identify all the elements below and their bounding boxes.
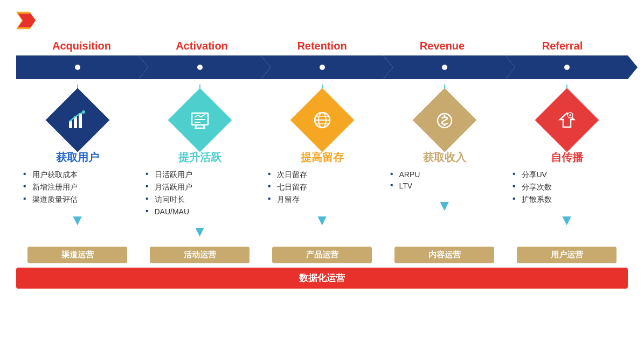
arrow-bar: [16, 55, 628, 79]
arrow-segment-revenue: [383, 55, 505, 79]
diamond-acquisition: [45, 88, 109, 152]
arrow-dot-activation: [197, 65, 203, 70]
title-icon: [16, 11, 36, 30]
bottom-tag-acquisition: 渠道运营: [27, 247, 127, 263]
diamond-icon-referral: [544, 97, 590, 143]
list-item: 分享次数: [513, 183, 621, 192]
list-item: 扩散系数: [513, 195, 621, 205]
arrow-dot-acquisition: [75, 65, 80, 70]
list-item: 用户获取成本: [24, 170, 131, 180]
list-item: DAU/MAU: [146, 207, 254, 216]
list-item: 访问时长: [146, 195, 254, 205]
arrow-segment-acquisition: [16, 55, 139, 79]
bottom-tag-referral: 用户运营: [517, 247, 617, 263]
column-referral: 自传播分享UV分享次数扩散系数▼: [513, 85, 621, 232]
list-item: ARPU: [391, 170, 498, 179]
arrow-segment-activation: [139, 55, 261, 79]
bottom-tags-row: 渠道运营活动运营产品运营内容运营用户运营: [16, 247, 628, 263]
bullet-list-activation: 日活跃用户月活跃用户访问时长DAU/MAU: [146, 170, 254, 219]
stage-label-revenue: Revenue: [389, 40, 496, 52]
cat-label-retention: 提高留存: [301, 150, 344, 165]
list-item: 月留存: [268, 195, 376, 205]
stage-labels-row: AcquisitionActivationRetentionRevenueRef…: [16, 40, 628, 52]
list-item: 日活跃用户: [146, 170, 254, 180]
main-container: AcquisitionActivationRetentionRevenueRef…: [0, 0, 644, 350]
svg-marker-1: [18, 13, 36, 27]
cat-label-revenue: 获取收入: [423, 150, 466, 165]
column-retention: 提高留存次日留存七日留存月留存▼: [268, 85, 376, 232]
content-row: 获取用户用户获取成本新增注册用户渠道质量评估▼ 提升活跃日活跃用户月活跃用户访问…: [16, 85, 628, 243]
bullet-list-acquisition: 用户获取成本新增注册用户渠道质量评估: [24, 170, 131, 207]
list-item: 新增注册用户: [24, 183, 131, 192]
diamond-referral: [535, 88, 599, 152]
diamond-icon-retention: [300, 97, 345, 143]
diamond-icon-acquisition: [55, 97, 100, 143]
diamond-retention: [290, 88, 354, 152]
title-row: [16, 11, 628, 30]
bullet-list-referral: 分享UV分享次数扩散系数: [513, 170, 621, 207]
cat-label-acquisition: 获取用户: [56, 150, 99, 165]
arrow-dot-retention: [320, 65, 325, 70]
arrow-segment-referral: [505, 55, 628, 79]
list-item: 次日留存: [268, 170, 376, 180]
down-arrow-revenue: ▼: [437, 198, 452, 213]
column-activation: 提升活跃日活跃用户月活跃用户访问时长DAU/MAU▼: [146, 85, 254, 243]
arrow-dot-revenue: [442, 65, 447, 70]
bottom-tag-retention: 产品运营: [272, 247, 372, 263]
stage-label-referral: Referral: [509, 40, 617, 52]
list-item: 分享UV: [513, 170, 621, 180]
list-item: 渠道质量评估: [24, 195, 131, 205]
column-acquisition: 获取用户用户获取成本新增注册用户渠道质量评估▼: [24, 85, 131, 232]
svg-rect-6: [192, 113, 208, 125]
diamond-icon-revenue: [422, 97, 467, 143]
svg-rect-4: [79, 113, 82, 128]
column-revenue: 获取收入ARPULTV▼: [391, 85, 498, 218]
bullet-list-retention: 次日留存七日留存月留存: [268, 170, 376, 207]
cat-label-activation: 提升活跃: [178, 150, 221, 165]
arrow-dot-referral: [564, 65, 570, 70]
bottom-section: 渠道运营活动运营产品运营内容运营用户运营数据化运营: [16, 247, 628, 289]
bottom-tag-activation: 活动运营: [150, 247, 250, 263]
down-arrow-retention: ▼: [315, 213, 330, 228]
bottom-bar: 数据化运营: [16, 268, 628, 289]
down-arrow-activation: ▼: [192, 224, 207, 239]
diamond-activation: [168, 88, 232, 152]
list-item: 月活跃用户: [146, 183, 254, 192]
down-arrow-acquisition: ▼: [70, 213, 85, 228]
list-item: 七日留存: [268, 183, 376, 192]
diamond-icon-activation: [177, 97, 223, 143]
bottom-tag-revenue: 内容运营: [394, 247, 494, 263]
down-arrow-referral: ▼: [559, 213, 574, 228]
stage-label-activation: Activation: [148, 40, 256, 52]
diamond-revenue: [412, 88, 476, 152]
bullet-list-revenue: ARPULTV: [391, 170, 498, 193]
arrow-segment-retention: [261, 55, 383, 79]
stage-label-acquisition: Acquisition: [28, 40, 136, 52]
list-item: LTV: [391, 181, 498, 190]
stage-label-retention: Retention: [268, 40, 376, 52]
cat-label-referral: 自传播: [551, 150, 583, 165]
